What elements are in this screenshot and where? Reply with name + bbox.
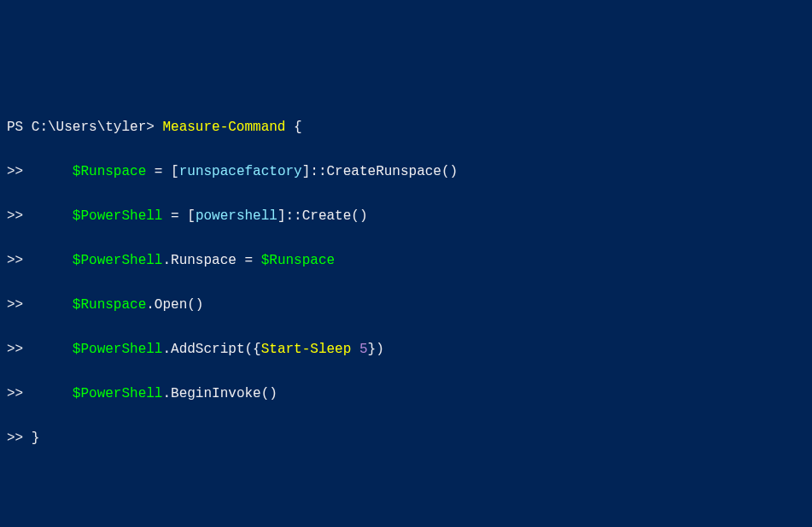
- method-call: }): [368, 342, 384, 357]
- blank-line: [7, 471, 805, 494]
- cmdlet-name: Start-Sleep: [261, 342, 352, 357]
- indent: [32, 253, 73, 268]
- method-call: BeginInvoke(): [171, 386, 277, 401]
- equals: =: [237, 253, 261, 268]
- indent: [32, 386, 73, 401]
- variable: $PowerShell: [73, 253, 163, 268]
- method-call: AddScript({: [171, 342, 261, 357]
- bracket: ]: [302, 164, 311, 179]
- code-line-3: >> $PowerShell = [powershell]::Create(): [7, 205, 805, 227]
- indent: [32, 297, 73, 313]
- variable: $Runspace: [73, 164, 146, 179]
- code-line-1: PS C:\Users\tyler> Measure-Command {: [7, 116, 805, 138]
- prompt-cont: >>: [7, 342, 32, 357]
- prompt-cont: >>: [7, 164, 32, 179]
- prompt-gt: >: [146, 120, 162, 135]
- indent: [32, 342, 73, 357]
- indent: [32, 164, 73, 179]
- brace-open: {: [285, 120, 301, 135]
- prompt-cont: >>: [7, 253, 32, 268]
- dot: .: [162, 386, 171, 401]
- prompt-cont: >>: [7, 386, 32, 401]
- blank-line: [7, 516, 805, 527]
- variable: $Runspace: [73, 297, 146, 313]
- code-line-4: >> $PowerShell.Runspace = $Runspace: [7, 249, 805, 272]
- variable: $Runspace: [261, 253, 335, 268]
- prompt-cont: >>: [7, 208, 32, 224]
- method-call: ::CreateRunspace(): [310, 164, 458, 179]
- cmdlet-name: Measure-Command: [162, 120, 285, 135]
- equals: =: [146, 164, 171, 179]
- brace-close: }: [32, 430, 40, 446]
- code-line-7: >> $PowerShell.BeginInvoke(): [7, 383, 805, 405]
- type-name: powershell: [196, 208, 277, 224]
- code-line-5: >> $Runspace.Open(): [7, 294, 805, 316]
- code-line-6: >> $PowerShell.AddScript({Start-Sleep 5}…: [7, 338, 805, 360]
- code-line-2: >> $Runspace = [runspacefactory]::Create…: [7, 161, 805, 183]
- prompt-ps: PS: [7, 120, 32, 135]
- bracket: [: [187, 208, 196, 224]
- method-call: ::Create(): [286, 208, 368, 224]
- indent: [32, 208, 73, 224]
- dot: .: [162, 342, 171, 357]
- member: Runspace: [171, 253, 237, 268]
- code-line-8: >> }: [7, 427, 805, 449]
- prompt-path: C:\Users\tyler: [32, 120, 146, 135]
- number-literal: 5: [359, 342, 368, 357]
- prompt-cont: >>: [7, 430, 32, 446]
- prompt-cont: >>: [7, 297, 32, 313]
- space: [351, 342, 359, 357]
- terminal-output: PS C:\Users\tyler> Measure-Command { >> …: [7, 94, 805, 527]
- bracket: ]: [277, 208, 286, 224]
- bracket: [: [171, 164, 179, 179]
- variable: $PowerShell: [73, 386, 163, 401]
- method-call: Open(): [155, 297, 204, 313]
- dot: .: [146, 297, 155, 313]
- type-name: runspacefactory: [179, 164, 302, 179]
- variable: $PowerShell: [73, 342, 163, 357]
- dot: .: [162, 253, 171, 268]
- equals: =: [162, 208, 187, 224]
- variable: $PowerShell: [73, 208, 163, 224]
